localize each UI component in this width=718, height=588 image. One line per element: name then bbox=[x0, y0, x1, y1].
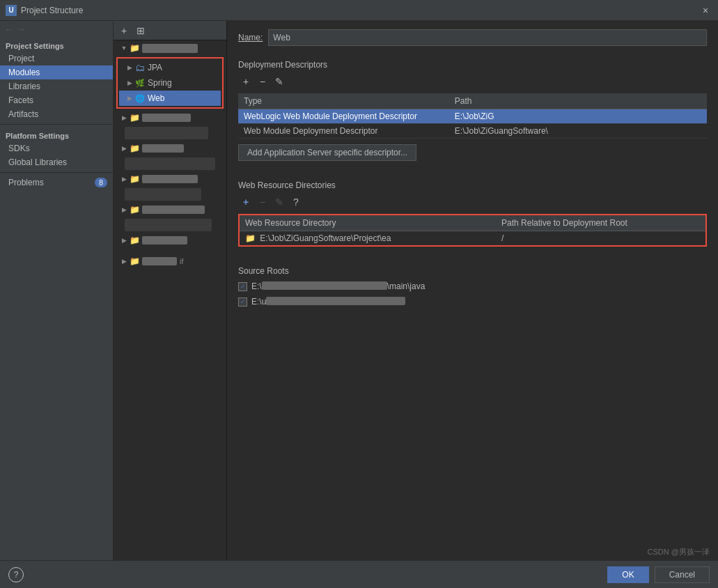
blurred-root-label bbox=[142, 44, 198, 53]
problems-label: Problems bbox=[8, 178, 44, 187]
col-web-resource-dir-header: Web Resource Directory bbox=[239, 215, 496, 231]
cancel-button[interactable]: Cancel bbox=[655, 566, 710, 583]
tree-blurred-2[interactable]: ▶ 📁 bbox=[114, 141, 226, 156]
expand-icon: ▼ bbox=[119, 43, 129, 53]
ok-button[interactable]: OK bbox=[607, 566, 648, 583]
tree-item-spring[interactable]: ▶ 🌿 Spring bbox=[119, 75, 221, 91]
sidebar-item-libraries[interactable]: Libraries bbox=[0, 79, 113, 93]
tree-layout-button[interactable]: ⊞ bbox=[133, 23, 148, 38]
tree-blurred-4[interactable]: ▶ 📁 bbox=[114, 202, 226, 217]
tree-root-item[interactable]: ▼ 📁 bbox=[114, 40, 226, 56]
content-panel: Name: Deployment Descriptors + − ✎ Type … bbox=[227, 21, 718, 588]
spring-icon: 🌿 bbox=[134, 77, 146, 88]
web-resource-table: Web Resource Directory Path Relative to … bbox=[238, 214, 707, 247]
name-input[interactable] bbox=[268, 29, 707, 46]
tree-blurred-5[interactable]: ▶ 📁 bbox=[114, 233, 226, 248]
back-arrow[interactable]: ← bbox=[4, 24, 14, 35]
tree-partial-text: if bbox=[180, 257, 184, 265]
sidebar-item-modules[interactable]: Modules bbox=[0, 65, 113, 79]
app-icon: U bbox=[6, 5, 17, 16]
tree-blurred-bottom[interactable]: ▶ 📁 if bbox=[114, 254, 226, 269]
expand-icon: ▶ bbox=[119, 144, 129, 153]
tree-panel: + ⊞ ▼ 📁 ▶ 🗂 JPA ▶ 🌿 bbox=[114, 21, 227, 588]
tree-blurred-1[interactable]: ▶ 📁 bbox=[114, 110, 226, 125]
expand-icon: ▶ bbox=[125, 63, 134, 72]
add-server-button[interactable]: Add Application Server specific descript… bbox=[238, 144, 416, 161]
wrd-help-button[interactable]: ? bbox=[288, 194, 304, 210]
wrd-edit-button[interactable]: ✎ bbox=[272, 194, 287, 210]
source-roots-title: Source Roots bbox=[238, 266, 707, 276]
table-row[interactable]: Web Module Deployment Descriptor E:\Job\… bbox=[238, 124, 707, 139]
blurred-row-2 bbox=[125, 157, 215, 170]
close-button[interactable]: × bbox=[699, 3, 712, 17]
web-module-icon: 🌐 bbox=[134, 93, 146, 104]
blurred-row-1 bbox=[125, 127, 208, 139]
spring-label: Spring bbox=[148, 78, 172, 88]
dd-edit-button[interactable]: ✎ bbox=[272, 74, 287, 89]
sidebar-item-global-libraries[interactable]: Global Libraries bbox=[0, 155, 113, 169]
folder-icon-3: 📁 bbox=[129, 143, 140, 154]
sidebar-item-project[interactable]: Project bbox=[0, 52, 113, 65]
forward-arrow[interactable]: → bbox=[17, 24, 26, 35]
expand-icon: ▶ bbox=[125, 93, 134, 103]
watermark: CSDN @男孩一泽 bbox=[648, 547, 710, 557]
tree-item-web[interactable]: ▶ 🌐 Web bbox=[119, 91, 221, 106]
problems-badge: 8 bbox=[95, 178, 107, 187]
sidebar-item-label: Libraries bbox=[8, 82, 40, 91]
web-label: Web bbox=[148, 93, 164, 103]
expand-icon: ▶ bbox=[125, 78, 134, 88]
sidebar-item-sdks[interactable]: SDKs bbox=[0, 141, 113, 155]
expand-icon: ▶ bbox=[119, 256, 129, 266]
col-path-header: Path bbox=[449, 93, 707, 109]
tree-item-jpa[interactable]: ▶ 🗂 JPA bbox=[119, 60, 221, 75]
nav-arrows: ← → bbox=[0, 21, 113, 38]
folder-icon-7: 📁 bbox=[129, 256, 140, 267]
sidebar-item-facets[interactable]: Facets bbox=[0, 93, 113, 107]
web-resource-title: Web Resource Directories bbox=[238, 180, 707, 190]
title-bar-left: U Project Structure bbox=[6, 5, 83, 16]
sidebar-item-label: Project bbox=[8, 54, 34, 63]
sidebar-item-artifacts[interactable]: Artifacts bbox=[0, 107, 113, 121]
source-root-row-2[interactable]: ✓ E:\u bbox=[238, 295, 707, 308]
dd-remove-button[interactable]: − bbox=[255, 74, 270, 89]
table-row[interactable]: WebLogic Web Module Deployment Descripto… bbox=[238, 109, 707, 124]
source-roots-section: Source Roots ✓ E:\ \main\java ✓ E:\u bbox=[238, 266, 707, 308]
expand-icon: ▶ bbox=[119, 235, 129, 245]
sidebar-item-label: Global Libraries bbox=[8, 157, 67, 167]
wrd-add-button[interactable]: + bbox=[238, 194, 253, 210]
folder-icon: 📁 bbox=[129, 42, 140, 54]
table-row[interactable]: 📁 E:\Job\ZiGuangSoftware\Project\ea / bbox=[239, 231, 706, 247]
folder-icon-5: 📁 bbox=[129, 204, 140, 215]
source-root-path-2: E:\u bbox=[251, 297, 405, 307]
wrd-remove-button[interactable]: − bbox=[255, 194, 270, 210]
main-container: ← → Project Settings Project Modules Lib… bbox=[0, 21, 718, 588]
sidebar-item-problems[interactable]: Problems 8 bbox=[0, 176, 113, 189]
title-bar-title: Project Structure bbox=[21, 6, 83, 15]
col-type-header: Type bbox=[238, 93, 449, 109]
platform-settings-label: Platform Settings bbox=[0, 127, 113, 141]
checkbox-1[interactable]: ✓ bbox=[238, 282, 247, 291]
dd-path-cell: E:\Job\ZiG bbox=[449, 109, 707, 124]
dd-add-button[interactable]: + bbox=[238, 74, 253, 89]
wrd-relative-cell: / bbox=[496, 231, 706, 247]
jpa-icon: 🗂 bbox=[134, 62, 146, 73]
dd-type-cell: Web Module Deployment Descriptor bbox=[238, 124, 449, 139]
sidebar-item-label: Modules bbox=[8, 68, 40, 77]
source-root-row-1[interactable]: ✓ E:\ \main\java bbox=[238, 280, 707, 293]
folder-icon-4: 📁 bbox=[129, 173, 140, 185]
tree-blurred-3[interactable]: ▶ 📁 bbox=[114, 171, 226, 187]
sidebar-item-label: Artifacts bbox=[8, 109, 38, 119]
blurred-row-3 bbox=[125, 188, 201, 201]
sidebar-divider-2 bbox=[0, 172, 113, 173]
folder-icon: 📁 bbox=[245, 233, 256, 243]
col-path-relative-header: Path Relative to Deployment Root bbox=[496, 215, 706, 231]
sidebar: ← → Project Settings Project Modules Lib… bbox=[0, 21, 114, 588]
dd-type-cell: WebLogic Web Module Deployment Descripto… bbox=[238, 109, 449, 124]
tree-toolbar: + ⊞ bbox=[114, 21, 226, 40]
help-button[interactable]: ? bbox=[8, 567, 24, 582]
checkbox-2[interactable]: ✓ bbox=[238, 297, 247, 307]
dd-path-cell: E:\Job\ZiGuangSoftware\ bbox=[449, 124, 707, 139]
sidebar-item-label: SDKs bbox=[8, 144, 30, 153]
tree-add-button[interactable]: + bbox=[116, 23, 132, 38]
deployment-descriptors-section: Deployment Descriptors + − ✎ Type Path W… bbox=[238, 60, 707, 161]
